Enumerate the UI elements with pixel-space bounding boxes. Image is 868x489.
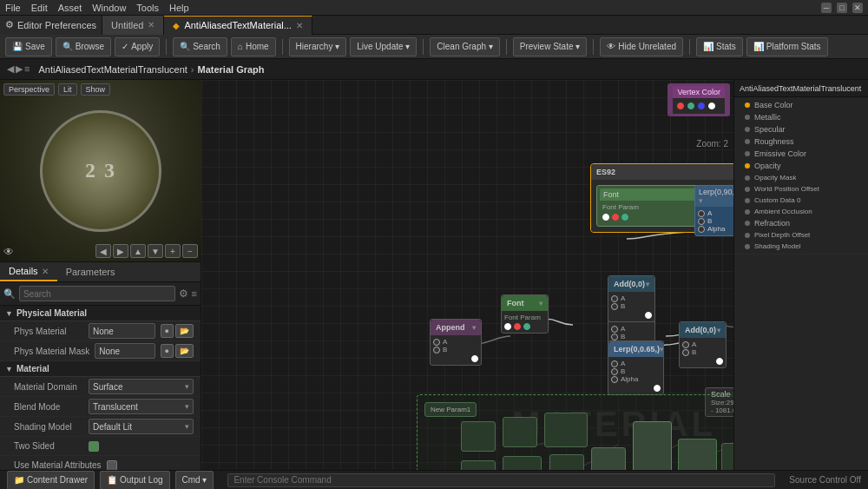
forward-button[interactable]: ▶ [16,63,23,75]
tab-material[interactable]: ◆ AntiAliasedTextMaterial... ✕ [164,16,312,35]
subgraph-node-6[interactable] [549,454,584,470]
list-icon[interactable]: ≡ [192,288,197,299]
subgraph-node-7[interactable] [591,447,626,470]
tab-material-close-icon[interactable]: ✕ [296,21,303,30]
hierarchy-button[interactable]: Hierarchy ▾ [289,37,347,56]
right-item-base-color[interactable]: Base Color [734,99,868,111]
menu-help[interactable]: Help [169,3,189,13]
add1-node[interactable]: Add(0,0) ▾ A B [608,275,655,322]
subgraph-node-5[interactable] [503,456,542,470]
subgraph-node-3[interactable] [544,413,588,447]
right-item-shading-model-pin[interactable]: Shading Model [734,241,868,252]
right-item-opacity-mask[interactable]: Opacity Mask [734,172,868,183]
menu-tools[interactable]: Tools [136,3,159,13]
append-out [471,355,478,362]
graph-area[interactable]: MATERIAL [201,80,733,470]
tab-details[interactable]: Details ✕ [0,262,57,281]
back-button[interactable]: ◀ [7,63,14,75]
blend-mode-dropdown[interactable]: Translucent ▾ [89,399,194,414]
viewport-eye-icon[interactable]: 👁 [3,246,14,258]
tab-untitled-close-icon[interactable]: ✕ [148,20,155,30]
viewport-nav-right[interactable]: ▶ [113,244,128,258]
viewport-nav-zoom-in[interactable]: + [165,244,181,258]
platform-stats-button[interactable]: 📊 Platform Stats [746,37,828,56]
source-control-label[interactable]: Source Control Off [789,475,861,485]
viewport-nav-down[interactable]: ▼ [148,244,163,258]
content-drawer-button[interactable]: 📁 Content Drawer [7,471,95,490]
right-item-metallic[interactable]: Metallic [734,111,868,123]
menu-edit[interactable]: Edit [31,3,48,13]
phys-material-use-btn[interactable]: ● [161,324,174,338]
editor-prefs-button[interactable]: ⚙ Editor Preferences [0,16,102,35]
clean-graph-button[interactable]: Clean Graph ▾ [430,37,499,56]
phys-material-browse-btn[interactable]: 📂 [175,324,194,338]
subgraph-node-9[interactable] [678,439,717,470]
subgraph-node-10[interactable] [721,443,733,470]
subgraph-node-4[interactable] [461,460,496,470]
hide-unrelated-button[interactable]: 👁 Hide Unrelated [600,37,683,56]
phys-material-mask-use-btn[interactable]: ● [161,344,174,358]
viewport[interactable]: 2 3 Perspective Lit Show ◀ ▶ ▲ ▼ + − 👁 [0,80,201,262]
tab-details-close-icon[interactable]: ✕ [42,267,49,276]
shading-model-dropdown[interactable]: Default Lit ▾ [89,419,194,434]
close-button[interactable]: ✕ [852,3,863,13]
viewport-nav-up[interactable]: ▲ [130,244,146,258]
cmd-dropdown-button[interactable]: Cmd ▾ [175,471,214,490]
right-item-ao[interactable]: Ambient Occlusion [734,206,868,217]
search-button[interactable]: 🔍 Search [173,37,227,56]
breadcrumb-part2[interactable]: Material Graph [198,64,265,75]
minimize-button[interactable]: ─ [821,3,832,13]
gear-icon[interactable]: ⚙ [179,287,188,300]
save-button[interactable]: 💾 Save [5,37,52,56]
subgraph-node-2[interactable] [503,417,537,447]
add2-node[interactable]: Add(0,0) ▾ A B [679,321,727,368]
tab-untitled[interactable]: Untitled ✕ [102,16,164,35]
right-item-custom-data[interactable]: Custom Data 0 [734,195,868,206]
viewport-nav-left[interactable]: ◀ [95,244,111,258]
perspective-button[interactable]: Perspective [3,83,55,96]
lerp1-node[interactable]: Lerp(0,90,1) ▾ A B [694,185,733,236]
viewport-nav-zoom-out[interactable]: − [182,244,198,258]
console-command-input[interactable] [227,473,775,487]
subgraph-node-1[interactable] [461,421,496,452]
section-physical-material[interactable]: ▼ Physical Material [0,306,201,321]
right-item-refraction[interactable]: Refraction [734,217,868,229]
right-item-roughness[interactable]: Roughness [734,135,868,148]
output-log-button[interactable]: 📋 Output Log [100,471,169,490]
show-button[interactable]: Show [81,83,111,96]
right-item-pixel-depth[interactable]: Pixel Depth Offset [734,229,868,241]
browse-button[interactable]: 🔍 Browse [56,37,111,56]
panel-search: 🔍 ⚙ ≡ [0,282,201,306]
lit-button[interactable]: Lit [58,83,77,96]
phys-material-label: Phys Material [14,327,83,336]
lerp2-node[interactable]: Lerp(0,0.65,) ▾ A B Alpha [608,340,664,395]
search-input[interactable] [19,286,175,301]
preview-state-button[interactable]: Preview State ▾ [513,37,587,56]
right-item-wpo[interactable]: World Position Offset [734,183,868,195]
right-item-opacity[interactable]: Opacity [734,160,868,172]
live-update-button[interactable]: Live Update ▾ [350,37,417,56]
right-item-specular[interactable]: Specular [734,123,868,135]
phys-material-mask-browse-btn[interactable]: 📂 [175,344,194,358]
right-item-emissive[interactable]: Emissive Color [734,148,868,160]
maximize-button[interactable]: □ [837,3,847,13]
home-button[interactable]: ⌂ Home [231,37,276,56]
tab-parameters[interactable]: Parameters [57,262,124,281]
apply-button[interactable]: ✓ Apply [115,37,160,56]
material-domain-dropdown[interactable]: Surface ▾ [89,379,194,394]
section-material[interactable]: ▼ Material [0,361,201,377]
search-label: Search [193,42,220,51]
menu-file[interactable]: File [5,3,21,13]
es92-node[interactable]: ES92 ▾ Font Font Param [590,163,733,233]
subgraph-node-8[interactable] [633,421,672,470]
menu-asset[interactable]: Asset [58,3,82,13]
stats-button[interactable]: 📊 Stats [696,37,743,56]
font-node[interactable]: Font ▾ Font Param [501,294,549,334]
vertex-color-node[interactable]: Vertex Color [667,83,730,116]
menu-window[interactable]: Window [92,3,126,13]
breadcrumb-part1[interactable]: AntiAliasedTextMaterialTranslucent [38,64,187,75]
two-sided-checkbox[interactable] [89,441,99,452]
append-node[interactable]: Append ▾ A B [430,319,482,366]
menu-button[interactable]: ≡ [24,63,30,75]
use-material-attr-checkbox[interactable] [107,460,117,471]
